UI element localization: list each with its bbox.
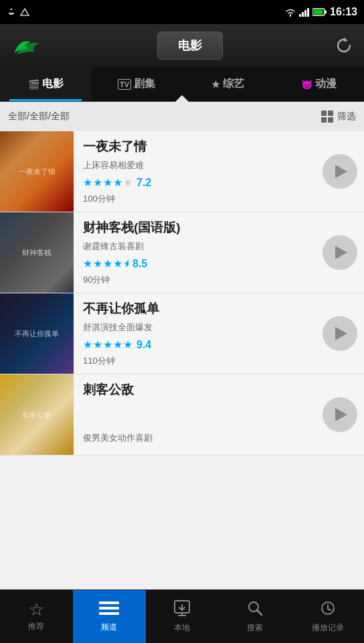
svg-marker-0 — [21, 9, 29, 15]
movie-poster-2: 财神客栈 — [0, 212, 74, 293]
filter-current-selection: 全部/全部/全部 — [8, 111, 70, 123]
rating-num-2: 8.5 — [132, 258, 147, 270]
status-time: 16:13 — [330, 6, 357, 18]
svg-rect-2 — [302, 12, 304, 17]
star-2-5: ★ — [123, 257, 128, 270]
signal-icon — [299, 7, 310, 17]
movie-title-4: 刺客公敌 — [83, 381, 316, 399]
star-1-5: ★ — [123, 176, 132, 189]
rating-num-1: 7.2 — [136, 177, 151, 189]
tab-movie[interactable]: 🎬 电影 — [0, 67, 91, 101]
movie-rating-row-2: ★ ★ ★ ★ ★ 8.5 — [83, 257, 316, 270]
rating-num-3: 9.4 — [136, 339, 151, 351]
svg-rect-11 — [99, 612, 119, 615]
filter-bar: 全部/全部/全部 筛选 — [0, 102, 364, 131]
battery-icon — [312, 8, 327, 16]
star-2-1: ★ — [83, 257, 92, 270]
star-1-2: ★ — [93, 176, 102, 189]
tab-variety[interactable]: ★ 综艺 — [182, 67, 273, 101]
movie-tab-button[interactable]: 电影 — [157, 31, 223, 60]
bottom-nav: ☆ 推荐 频道 本地 — [0, 589, 364, 643]
delta-icon — [20, 7, 29, 17]
movie-poster-3: 不再让你孤单 — [0, 293, 74, 374]
movie-rating-row-3: ★ ★ ★ ★ ★ 9.4 — [83, 338, 316, 351]
movie-title-3: 不再让你孤单 — [83, 300, 316, 317]
stars-3: ★ ★ ★ ★ ★ — [83, 338, 132, 351]
refresh-button[interactable] — [332, 33, 356, 58]
movie-info-2: 财神客栈(国语版) 谢霆锋古装喜剧 ★ ★ ★ ★ ★ 8.5 90分钟 — [74, 212, 323, 293]
star-2-3: ★ — [103, 257, 112, 270]
nav-recommend-label: 推荐 — [28, 621, 44, 632]
nav-recommend[interactable]: ☆ 推荐 — [0, 590, 73, 643]
movie-duration-3: 110分钟 — [83, 355, 316, 367]
filter-button[interactable]: 筛选 — [321, 111, 356, 123]
play-triangle-3 — [335, 327, 347, 340]
tab-variety-label: 综艺 — [223, 77, 244, 91]
svg-rect-3 — [304, 10, 306, 17]
movie-desc-2: 谢霆锋古装喜剧 — [83, 240, 316, 253]
film-icon: 🎬 — [28, 79, 39, 90]
movie-poster-1: 一夜未了情 — [0, 131, 74, 212]
recommend-icon: ☆ — [29, 601, 44, 618]
status-bar: 16:13 — [0, 0, 364, 24]
nav-local-label: 本地 — [174, 622, 190, 634]
list-item[interactable]: 不再让你孤单 不再让你孤单 舒淇演技全面爆发 ★ ★ ★ ★ ★ 9.4 110… — [0, 293, 364, 374]
stars-2: ★ ★ ★ ★ ★ — [83, 257, 128, 270]
play-button-4[interactable] — [323, 397, 357, 432]
search-icon — [246, 599, 264, 620]
svg-rect-1 — [299, 14, 301, 17]
movie-list: 一夜未了情 一夜未了情 上床容易相爱难 ★ ★ ★ ★ ★ 7.2 100分钟 — [0, 131, 364, 589]
svg-line-14 — [257, 610, 262, 615]
channel-icon — [99, 600, 119, 619]
svg-rect-9 — [99, 601, 119, 604]
poster-text-1: 一夜未了情 — [16, 164, 58, 180]
tab-tv-label: 剧集 — [134, 77, 155, 91]
star-1-3: ★ — [103, 176, 112, 189]
svg-rect-10 — [99, 607, 119, 610]
tab-tv[interactable]: TV 剧集 — [91, 67, 182, 101]
list-item[interactable]: 刺客公敌 刺客公敌 俊男美女动作喜剧 — [0, 374, 364, 455]
nav-history[interactable]: 播放记录 — [291, 590, 364, 643]
movie-duration-2: 90分钟 — [83, 274, 316, 286]
star-1-1: ★ — [83, 176, 92, 189]
play-triangle-2 — [335, 246, 347, 259]
usb-icon — [7, 7, 16, 17]
nav-search-label: 搜索 — [247, 622, 263, 634]
play-triangle-4 — [335, 408, 347, 421]
status-icons-left — [7, 7, 29, 17]
star-icon: ★ — [211, 79, 220, 90]
play-button-2[interactable] — [323, 235, 357, 270]
app-logo — [11, 32, 45, 59]
nav-channel[interactable]: 频道 — [73, 590, 146, 643]
list-item[interactable]: 一夜未了情 一夜未了情 上床容易相爱难 ★ ★ ★ ★ ★ 7.2 100分钟 — [0, 131, 364, 212]
nav-local[interactable]: 本地 — [146, 590, 219, 643]
poster-text-4: 刺客公敌 — [19, 407, 54, 423]
play-triangle-1 — [335, 165, 347, 178]
star-3-1: ★ — [83, 338, 92, 351]
list-item[interactable]: 财神客栈 财神客栈(国语版) 谢霆锋古装喜剧 ★ ★ ★ ★ ★ 8.5 90分… — [0, 212, 364, 293]
local-icon — [173, 599, 191, 620]
tab-movie-label: 电影 — [42, 77, 64, 91]
nav-search[interactable]: 搜索 — [218, 590, 291, 643]
movie-duration-1: 100分钟 — [83, 193, 316, 205]
tab-anime[interactable]: 😈 动漫 — [273, 67, 364, 101]
nav-history-label: 播放记录 — [312, 622, 344, 634]
tab-anime-label: 动漫 — [315, 77, 337, 91]
header: 电影 — [0, 24, 364, 67]
svg-marker-8 — [344, 38, 348, 42]
tv-icon: TV — [118, 79, 131, 90]
grid-icon — [321, 111, 333, 123]
svg-rect-6 — [325, 11, 327, 14]
movie-title-1: 一夜未了情 — [83, 138, 316, 155]
star-3-4: ★ — [113, 338, 122, 351]
star-3-2: ★ — [93, 338, 102, 351]
play-button-3[interactable] — [323, 316, 357, 351]
logo — [8, 31, 48, 60]
movie-info-1: 一夜未了情 上床容易相爱难 ★ ★ ★ ★ ★ 7.2 100分钟 — [74, 131, 323, 212]
movie-info-4: 刺客公敌 俊男美女动作喜剧 — [74, 374, 323, 455]
star-2-4: ★ — [113, 257, 122, 270]
filter-label: 筛选 — [337, 111, 356, 123]
star-1-4: ★ — [113, 176, 122, 189]
wifi-icon — [284, 7, 296, 17]
play-button-1[interactable] — [323, 154, 357, 189]
